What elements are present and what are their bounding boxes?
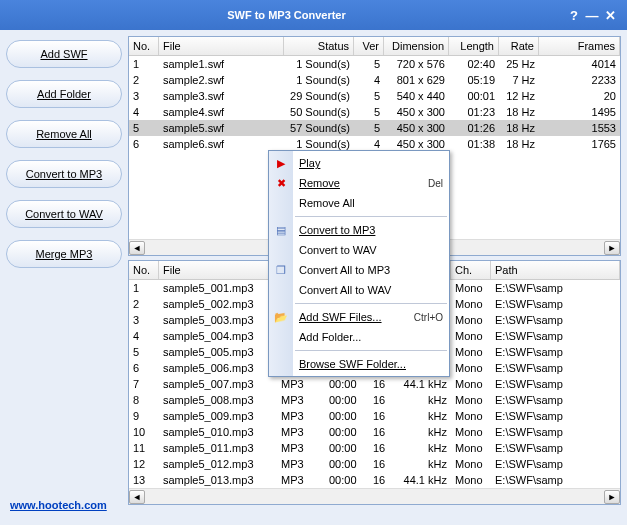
documents-icon: ❐ [273,262,289,278]
convert-wav-button[interactable]: Convert to WAV [6,200,122,228]
mp3-scrollbar[interactable]: ◄ ► [129,488,620,504]
menu-convert-wav[interactable]: Convert to WAV [293,240,449,260]
menu-remove-all[interactable]: Remove All [293,193,449,213]
menu-remove[interactable]: ✖RemoveDel [293,173,449,193]
col-status[interactable]: Status [284,37,354,55]
scroll-right-icon[interactable]: ► [604,241,620,255]
scroll-right-icon[interactable]: ► [604,490,620,504]
menu-convert-all-wav[interactable]: Convert All to WAV [293,280,449,300]
scroll-left-icon[interactable]: ◄ [129,241,145,255]
table-row[interactable]: 11sample5_011.mp3MP300:0016kHzMonoE:\SWF… [129,440,620,456]
col-file2[interactable]: File [159,261,277,279]
menu-separator [295,350,447,351]
document-icon: ▤ [273,222,289,238]
menu-add-folder[interactable]: Add Folder... [293,327,449,347]
menu-add-swf[interactable]: 📂Add SWF Files...Ctrl+O [293,307,449,327]
add-swf-button[interactable]: Add SWF [6,40,122,68]
col-frames[interactable]: Frames [539,37,620,55]
delete-icon: ✖ [273,175,289,191]
table-row[interactable]: 5sample5.swf57 Sound(s)5450 x 30001:2618… [129,120,620,136]
menu-browse-folder[interactable]: Browse SWF Folder... [293,354,449,374]
remove-all-button[interactable]: Remove All [6,120,122,148]
merge-mp3-button[interactable]: Merge MP3 [6,240,122,268]
context-menu: ▶Play ✖RemoveDel Remove All ▤Convert to … [268,150,450,377]
convert-mp3-button[interactable]: Convert to MP3 [6,160,122,188]
website-link[interactable]: www.hootech.com [10,499,107,511]
menu-play[interactable]: ▶Play [293,153,449,173]
menu-convert-mp3[interactable]: ▤Convert to MP3 [293,220,449,240]
scroll-left-icon[interactable]: ◄ [129,490,145,504]
menu-separator [295,216,447,217]
col-path2[interactable]: Path [491,261,620,279]
table-row[interactable]: 13sample5_013.mp3MP300:001644.1 kHzMonoE… [129,472,620,488]
menu-convert-all-mp3[interactable]: ❐Convert All to MP3 [293,260,449,280]
play-icon: ▶ [273,155,289,171]
folder-open-icon: 📂 [273,309,289,325]
col-ch2[interactable]: Ch. [451,261,491,279]
col-len[interactable]: Length [449,37,499,55]
menu-separator [295,303,447,304]
col-no2[interactable]: No. [129,261,159,279]
table-row[interactable]: 10sample5_010.mp3MP300:0016kHzMonoE:\SWF… [129,424,620,440]
col-ver[interactable]: Ver [354,37,384,55]
minimize-button[interactable]: — [583,8,601,23]
col-no[interactable]: No. [129,37,159,55]
table-row[interactable]: 4sample4.swf50 Sound(s)5450 x 30001:2318… [129,104,620,120]
help-button[interactable]: ? [565,8,583,23]
col-dim[interactable]: Dimension [384,37,449,55]
close-button[interactable]: ✕ [601,8,619,23]
table-row[interactable]: 8sample5_008.mp3MP300:0016kHzMonoE:\SWF\… [129,392,620,408]
swf-table-header: No. File Status Ver Dimension Length Rat… [129,37,620,56]
table-row[interactable]: 3sample3.swf29 Sound(s)5540 x 44000:0112… [129,88,620,104]
col-file[interactable]: File [159,37,284,55]
table-row[interactable]: 1sample1.swf1 Sound(s)5720 x 57602:4025 … [129,56,620,72]
add-folder-button[interactable]: Add Folder [6,80,122,108]
sidebar: Add SWF Add Folder Remove All Convert to… [6,36,122,489]
window-title: SWF to MP3 Converter [8,9,565,21]
col-rate[interactable]: Rate [499,37,539,55]
titlebar: SWF to MP3 Converter ? — ✕ [0,0,627,30]
table-row[interactable]: 12sample5_012.mp3MP300:0016kHzMonoE:\SWF… [129,456,620,472]
table-row[interactable]: 9sample5_009.mp3MP300:0016kHzMonoE:\SWF\… [129,408,620,424]
table-row[interactable]: 2sample2.swf1 Sound(s)4801 x 62905:197 H… [129,72,620,88]
table-row[interactable]: 7sample5_007.mp3MP300:001644.1 kHzMonoE:… [129,376,620,392]
